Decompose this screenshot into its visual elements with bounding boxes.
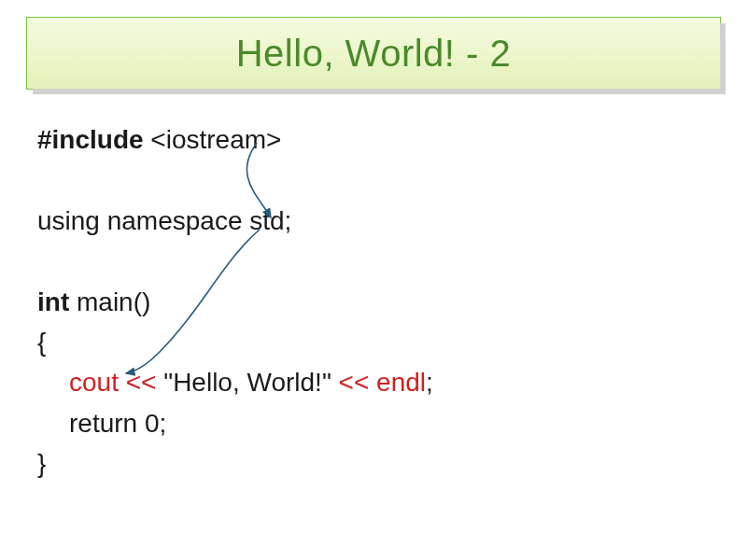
code-line-include: #include <iostream> [37,119,710,160]
code-block: #include <iostream> using namespace std;… [37,119,710,484]
code-line-brace-close: } [37,443,710,483]
code-line-using: using namespace std; [37,201,710,241]
cout-token: cout << [69,368,156,397]
code-line-return: return 0; [37,403,710,443]
code-line-brace-open: { [37,322,710,362]
code-line-blank-1 [37,160,710,200]
semicolon: ; [426,368,433,397]
code-line-cout: cout << "Hello, World!" << endl; [37,362,710,402]
include-header: <iostream> [144,125,282,154]
main-fn: main() [69,287,150,316]
code-line-main: int main() [37,282,710,322]
slide-title: Hello, World! - 2 [236,33,512,75]
slide-title-box: Hello, World! - 2 [26,17,721,90]
int-keyword: int [37,287,69,316]
return-stmt: return 0; [69,409,166,438]
include-keyword: #include [37,125,144,154]
endl-token: << endl [339,368,426,397]
hello-string: "Hello, World!" [156,368,338,397]
code-line-blank-2 [37,241,710,281]
